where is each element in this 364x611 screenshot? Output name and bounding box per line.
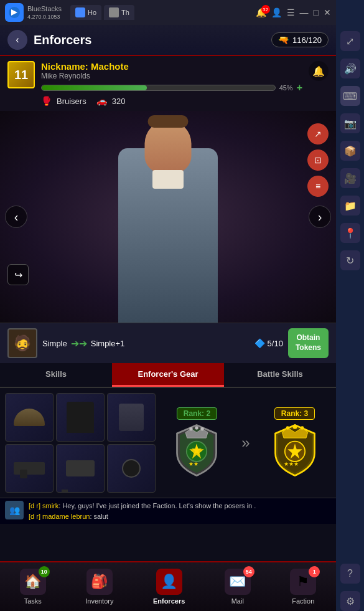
gear-slot-jacket[interactable] [56,393,105,442]
level-badge: 11 [7,61,35,88]
bluestacks-bar: BlueStacks 4.270.0.1053 Ho Th 🔔 32 👤 ☰ —… [0,0,336,25]
nav-item-inventory[interactable]: 🎒 Inventory [80,565,118,609]
tab-battle-skills[interactable]: Battle Skills [224,363,336,387]
inventory-icon: 🎒 [91,574,108,590]
fullscreen-icon[interactable]: ⤢ [340,31,360,51]
gear-slot-accessory[interactable] [107,444,156,493]
upgrade-from-rank: Simple [42,339,67,348]
notification-bell[interactable]: 🔔 32 [256,7,266,17]
mail-label: Mail [231,597,244,605]
rank-3-label: Rank: 3 [274,407,315,420]
bluestacks-icons: 🔔 32 👤 ☰ — □ ✕ [256,7,331,17]
bottom-nav: 🏠 10 Tasks 🎒 Inventory 👤 Enforcers ✉️ 54 [0,561,336,611]
character-shirt [152,170,184,189]
obtain-tokens-button[interactable]: ObtainTokens [288,328,329,358]
chat-user-1: [d r] smirk [29,502,58,509]
accessory-shape [122,459,141,478]
faction-label: Faction [292,597,314,605]
gear-slot-boots[interactable] [107,393,156,442]
next-character-button[interactable]: › [309,206,331,228]
gear-grid [5,393,156,493]
chat-message-1: Hey, guys! I've just joined the Faction.… [62,502,256,509]
menu-icon[interactable]: ☰ [287,7,295,17]
tabs-bar: Skills Enforcer's Gear Battle Skills [0,363,336,388]
chat-line-2: [d r] madame lebrun: salut [29,511,331,522]
keyboard-icon[interactable]: ⌨ [340,86,360,106]
settings-icon[interactable]: ⚙ [340,591,360,611]
character-head [145,120,192,173]
back-button[interactable]: ‹ [7,30,27,50]
mail-icon-wrap: ✉️ 54 [225,569,251,595]
notification-button[interactable]: 🔔 [309,61,329,81]
close-icon[interactable]: ✕ [324,7,331,17]
home-tab-label: Ho [88,9,96,16]
svg-text:★★★: ★★★ [284,461,299,467]
gear-slot-pistol[interactable] [5,444,54,493]
volume-icon[interactable]: 🔊 [340,59,360,78]
svg-point-6 [195,426,198,429]
class-name: Bruisers [57,97,86,106]
bluestacks-tabs: Ho Th [70,5,134,20]
maximize-icon[interactable]: □ [314,7,319,17]
avatar-image: 🧔 [13,334,32,352]
character-image-area: ‹ › ↗ ⊡ ≡ ↪ [0,111,336,323]
share-icon: ↗ [314,129,322,139]
apk-icon[interactable]: 📦 [340,141,360,161]
bluestacks-tab-home[interactable]: Ho [70,5,101,20]
prev-character-button[interactable]: ‹ [5,206,27,228]
minimize-icon[interactable]: — [300,7,309,17]
screenshot-icon[interactable]: 📷 [340,113,360,133]
camera-icon[interactable]: 🎥 [340,168,360,188]
character-figure [81,117,255,323]
help-icon[interactable]: ? [340,564,360,584]
gear-slot-hat[interactable] [5,393,54,442]
class-icon: 🥊 [41,96,52,106]
nav-item-mail[interactable]: ✉️ 54 Mail [220,565,256,609]
expand-icon: ⊡ [314,155,322,165]
token-count: 5/10 [268,339,283,348]
chat-line-1: [d r] smirk: Hey, guys! I've just joined… [29,501,331,511]
tab-skills[interactable]: Skills [0,363,112,387]
enforcers-icon: 👤 [161,574,177,590]
left-arrow-icon: ‹ [14,210,19,224]
account-icon[interactable]: 👤 [271,7,282,17]
nav-item-enforcers[interactable]: 👤 Enforcers [148,565,190,609]
exp-bar [41,85,276,91]
header: ‹ Enforcers 🔫 116/120 [0,25,336,56]
svg-point-11 [286,426,289,429]
chat-inner: 👥 [d r] smirk: Hey, guys! I've just join… [5,501,331,521]
location-icon[interactable]: 📍 [340,223,360,243]
smg-grip [62,490,68,493]
mail-badge: 54 [243,566,254,577]
tasks-icon-wrap: 🏠 10 [20,569,46,595]
gear-section: Rank: 2 ★★ » R [0,388,336,498]
ammo-count: 116/120 [292,36,322,45]
exp-plus-button[interactable]: + [297,82,302,93]
car-icon: 🚗 [96,96,107,106]
upgrade-bar: 🧔 Simple ➔➔ Simple+1 🔷 5/10 ObtainTokens [0,323,336,363]
rotate-icon[interactable]: ↻ [340,250,360,270]
bluestacks-tab-game[interactable]: Th [104,5,134,20]
token-info: 🔷 5/10 [254,338,283,348]
expand-button[interactable]: ⊡ [307,149,329,171]
character-real-name: Mike Reynolds [41,72,302,80]
svg-point-13 [301,426,304,429]
chat-bar: 👥 [d r] smirk: Hey, guys! I've just join… [0,498,336,524]
exit-button[interactable]: ↪ [7,264,29,285]
svg-point-7 [201,427,204,430]
rank-2-label: Rank: 2 [177,407,217,420]
right-arrow-icon: › [318,210,322,224]
exp-percent: 45% [279,84,293,92]
nav-item-tasks[interactable]: 🏠 10 Tasks [15,565,51,609]
accessory-item [122,459,141,478]
tab-enforcers-gear[interactable]: Enforcer's Gear [112,363,224,387]
nav-item-faction[interactable]: ⚑ 1 Faction [285,565,321,609]
folder-icon[interactable]: 📁 [340,196,360,216]
upgrade-arrow-icon: ➔➔ [71,338,87,349]
gear-slot-smg[interactable] [56,444,105,493]
rank-display: Rank: 2 ★★ » R [161,393,331,493]
svg-point-5 [190,427,193,430]
chat-messages: [d r] smirk: Hey, guys! I've just joined… [29,501,331,521]
info-button[interactable]: ≡ [307,176,329,197]
share-button[interactable]: ↗ [307,123,329,144]
